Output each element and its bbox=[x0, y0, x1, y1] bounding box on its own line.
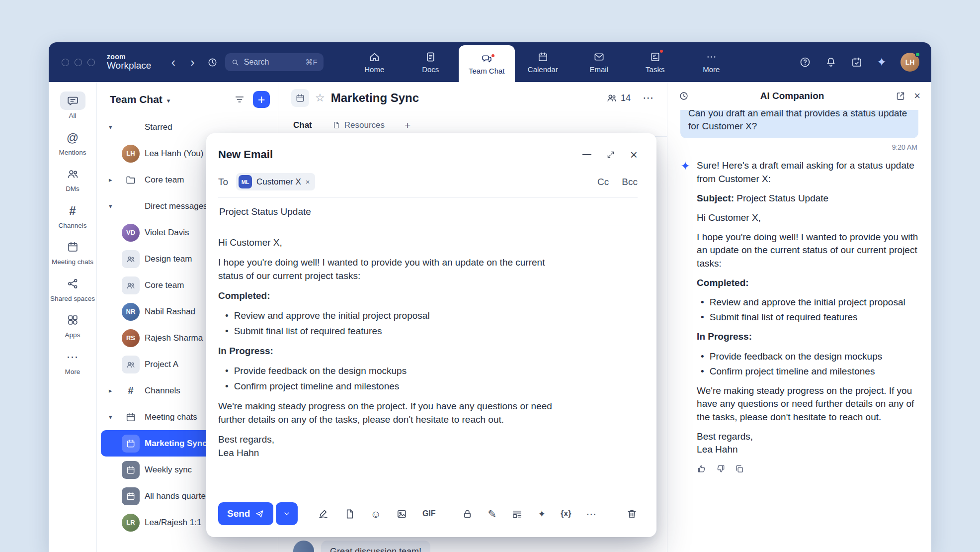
ai-reply-intro: Sure! Here's a draft email asking for a … bbox=[697, 159, 918, 185]
image-icon[interactable] bbox=[396, 508, 408, 520]
calendar-check-icon[interactable] bbox=[851, 56, 863, 68]
chevron-down-icon[interactable]: ▾ bbox=[109, 413, 112, 421]
rail-shared-spaces[interactable]: Shared spaces bbox=[50, 272, 95, 305]
signature-icon[interactable] bbox=[318, 508, 329, 520]
to-label: To bbox=[218, 177, 228, 187]
channel-title: Marketing Sync bbox=[331, 91, 419, 105]
chevron-down-icon[interactable]: ▾ bbox=[109, 202, 112, 210]
trash-icon[interactable] bbox=[626, 508, 638, 520]
profile-avatar[interactable]: LH bbox=[900, 53, 919, 72]
email-greeting: Hi Customer X, bbox=[218, 236, 569, 250]
message-avatar[interactable] bbox=[293, 541, 314, 552]
channel-more-icon[interactable]: ⋯ bbox=[643, 92, 654, 104]
send-icon bbox=[255, 509, 264, 519]
nav-calendar[interactable]: Calendar bbox=[515, 42, 571, 82]
rail-dms[interactable]: DMs bbox=[50, 162, 95, 195]
list-item: •Review and approve the initial project … bbox=[225, 309, 569, 323]
avatar: RS bbox=[122, 329, 140, 347]
copy-icon[interactable] bbox=[735, 464, 744, 474]
window-minimize-button[interactable] bbox=[75, 59, 82, 66]
open-in-new-icon[interactable] bbox=[895, 91, 906, 101]
notifications-icon[interactable] bbox=[825, 56, 837, 68]
search-icon bbox=[231, 58, 240, 67]
history-icon[interactable] bbox=[678, 91, 689, 101]
send-options-button[interactable] bbox=[276, 502, 298, 525]
meeting-chat-icon bbox=[126, 491, 136, 501]
expand-icon[interactable] bbox=[606, 150, 615, 159]
members-count[interactable]: 14 bbox=[606, 92, 631, 103]
bcc-button[interactable]: Bcc bbox=[622, 177, 638, 187]
add-tab-icon[interactable]: + bbox=[405, 119, 410, 131]
emoji-icon[interactable]: ☺ bbox=[370, 509, 381, 519]
cc-button[interactable]: Cc bbox=[597, 177, 609, 187]
close-icon[interactable]: × bbox=[630, 148, 638, 161]
gif-icon[interactable]: GIF bbox=[422, 509, 436, 518]
rail-all[interactable]: All bbox=[50, 89, 95, 122]
email-completed-list: •Review and approve the initial project … bbox=[218, 309, 569, 338]
minimize-icon[interactable] bbox=[582, 154, 591, 155]
avatar: VD bbox=[122, 224, 140, 242]
email-body-editor[interactable]: Hi Customer X, I hope you're doing well!… bbox=[218, 225, 569, 497]
nav-team-chat[interactable]: Team Chat bbox=[459, 45, 515, 82]
help-icon[interactable] bbox=[799, 56, 811, 68]
filter-icon[interactable] bbox=[234, 94, 245, 105]
forward-icon[interactable]: › bbox=[190, 56, 195, 69]
lock-icon[interactable] bbox=[462, 508, 473, 520]
email-intro: I hope you're doing well! I wanted to pr… bbox=[218, 256, 569, 283]
star-icon[interactable]: ☆ bbox=[315, 92, 325, 104]
at-icon: @ bbox=[67, 131, 79, 144]
history-icon[interactable] bbox=[207, 57, 218, 68]
chevron-down-icon[interactable]: ▾ bbox=[167, 97, 170, 104]
window-close-button[interactable] bbox=[62, 59, 69, 66]
rail-more[interactable]: ⋯ More bbox=[50, 345, 95, 378]
nav-home[interactable]: Home bbox=[346, 42, 403, 82]
new-chat-button[interactable]: + bbox=[253, 91, 270, 108]
ai-panel-title: AI Companion bbox=[697, 91, 887, 101]
remove-recipient-icon[interactable]: × bbox=[306, 178, 310, 186]
chat-list-title[interactable]: Team Chat bbox=[110, 93, 163, 105]
team-icon bbox=[126, 280, 136, 290]
history-navigation: ‹ › bbox=[171, 56, 194, 69]
avatar: LH bbox=[122, 145, 140, 163]
thumbs-down-icon[interactable] bbox=[716, 464, 726, 474]
ai-reply-greeting: Hi Customer X, bbox=[697, 211, 918, 224]
chevron-right-icon[interactable]: ▸ bbox=[109, 387, 112, 394]
pencil-icon[interactable]: ✎ bbox=[488, 509, 497, 519]
nav-email[interactable]: Email bbox=[571, 42, 627, 82]
rail-mentions[interactable]: @ Mentions bbox=[50, 126, 95, 159]
brand-zoom: zoom bbox=[107, 53, 151, 61]
modal-header: New Email × bbox=[218, 148, 638, 161]
calendar-icon bbox=[537, 51, 549, 63]
brand-workplace: Workplace bbox=[107, 61, 151, 71]
ellipsis-icon: ⋯ bbox=[67, 351, 79, 363]
channel-calendar-icon[interactable] bbox=[291, 89, 309, 107]
chevron-right-icon[interactable]: ▸ bbox=[109, 176, 112, 184]
rail-meeting-chats[interactable]: Meeting chats bbox=[50, 235, 95, 269]
ai-compose-icon[interactable]: ✦ bbox=[538, 509, 546, 519]
nav-more[interactable]: More bbox=[683, 42, 739, 82]
send-button[interactable]: Send bbox=[218, 502, 273, 525]
chevron-down-icon[interactable]: ▾ bbox=[109, 123, 112, 131]
ai-sparkle-icon: ✦ bbox=[680, 160, 690, 474]
nav-tasks[interactable]: Tasks bbox=[627, 42, 683, 82]
rail-apps[interactable]: Apps bbox=[50, 308, 95, 342]
subject-field[interactable]: Project Status Update bbox=[218, 198, 638, 225]
ai-companion-icon[interactable]: ✦ bbox=[877, 55, 887, 69]
attach-file-icon[interactable] bbox=[344, 508, 355, 520]
tasks-badge bbox=[659, 49, 664, 54]
ai-conversation[interactable]: Can you draft an email that provides a s… bbox=[667, 110, 931, 552]
template-icon[interactable] bbox=[511, 508, 523, 520]
back-icon[interactable]: ‹ bbox=[171, 56, 175, 69]
window-zoom-button[interactable] bbox=[87, 59, 95, 66]
variables-icon[interactable]: {x} bbox=[561, 509, 571, 518]
new-email-modal: New Email × To ML Customer X × Cc Bcc Pr… bbox=[206, 133, 656, 537]
close-icon[interactable]: × bbox=[914, 91, 920, 101]
rail-channels[interactable]: # Channels bbox=[50, 199, 95, 232]
more-options-icon[interactable]: ⋯ bbox=[586, 509, 596, 519]
nav-docs[interactable]: Docs bbox=[403, 42, 459, 82]
list-item: •Submit final list of required features bbox=[701, 311, 918, 324]
timestamp: 9:20 AM bbox=[681, 143, 917, 151]
search-input[interactable]: Search ⌘F bbox=[225, 53, 324, 71]
thumbs-up-icon[interactable] bbox=[697, 464, 707, 474]
recipient-chip[interactable]: ML Customer X × bbox=[236, 173, 315, 190]
